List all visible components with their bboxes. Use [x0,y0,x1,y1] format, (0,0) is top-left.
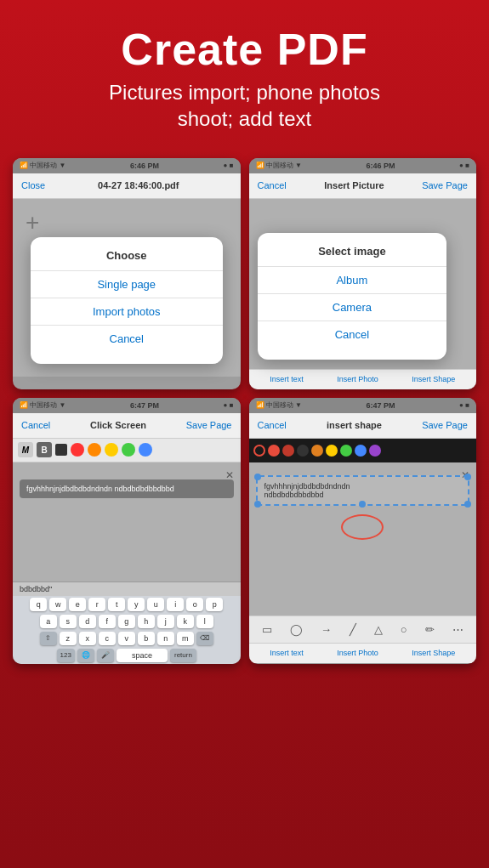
text-box-br[interactable]: fgvhhhnjnjdbdbdbdndndnndbdbdbdbbdbbd [256,475,470,506]
key-p[interactable]: p [206,598,223,611]
screen-content-tl: + Choose Single page Import photos Cance… [13,199,241,377]
key-c[interactable]: c [99,632,116,645]
insert-text-btn-br[interactable]: Insert text [270,649,304,657]
key-globe[interactable]: 🌐 [77,649,94,662]
shape-color-outline[interactable] [253,445,265,457]
time-br: 6:47 PM [366,401,395,410]
battery-br: ● ■ [459,401,469,409]
key-b[interactable]: b [138,632,155,645]
key-u[interactable]: u [147,598,164,611]
bottom-toolbar-tr: Insert text Insert Photo Insert Shape [249,369,477,389]
modal-option-import-photos[interactable]: Import photos [31,298,223,326]
key-return[interactable]: return [170,649,196,662]
save-page-button-tr[interactable]: Save Page [422,180,468,190]
cancel-button-tr[interactable]: Cancel [258,180,287,190]
close-button-tl[interactable]: Close [21,180,45,190]
modal-option-camera[interactable]: Camera [258,294,447,321]
main-title: Create PDF [17,26,472,74]
insert-photo-btn-tr[interactable]: Insert Photo [337,375,378,383]
shape-tool-more[interactable]: ⋯ [452,623,463,636]
color-yellow[interactable] [105,443,118,457]
key-w[interactable]: w [49,598,66,611]
keyboard-input-bar: bdbdbbd" [13,582,241,596]
key-n[interactable]: n [157,632,174,645]
key-i[interactable]: i [167,598,184,611]
color-red[interactable] [71,443,84,457]
shape-color-purple[interactable] [369,445,381,457]
key-r[interactable]: r [88,598,105,611]
key-v[interactable]: v [118,632,135,645]
shape-color-red2[interactable] [282,445,294,457]
nav-bar-br: Cancel insert shape Save Page [249,413,477,439]
shape-color-yellow[interactable] [326,445,338,457]
key-o[interactable]: o [186,598,203,611]
nav-bar-tr: Cancel Insert Picture Save Page [249,173,477,199]
key-k[interactable]: k [177,615,194,628]
shape-tool-arrow[interactable]: → [321,623,332,636]
key-j[interactable]: j [157,615,174,628]
shape-color-blue[interactable] [355,445,367,457]
modal-option-single-page[interactable]: Single page [31,271,223,298]
insert-shape-btn-tr[interactable]: Insert Shape [412,375,455,383]
handle-br [464,501,471,508]
modal-option-cancel-tl[interactable]: Cancel [31,326,223,352]
key-s[interactable]: s [60,615,77,628]
key-e[interactable]: e [69,598,86,611]
text-box-bl[interactable]: fgvhhhnjnjdbdbdbdndndn ndbdbdbdbbdbbd [20,479,234,498]
screen-bottom-left: 📶 中国移动 ▼ 6:47 PM ● ■ Cancel Click Screen… [13,398,241,664]
save-page-button-bl[interactable]: Save Page [186,420,232,430]
handle-bl [254,501,261,508]
plus-icon-tl[interactable]: + [26,209,39,236]
cancel-button-br[interactable]: Cancel [258,420,287,430]
oval-shape[interactable] [341,514,384,540]
shape-color-green[interactable] [340,445,352,457]
key-a[interactable]: a [40,615,57,628]
shape-tool-oval[interactable]: ○ [401,623,407,636]
key-g[interactable]: g [118,615,135,628]
shape-color-black[interactable] [297,445,309,457]
modal-option-album[interactable]: Album [258,267,447,294]
shape-color-orange[interactable] [311,445,323,457]
key-space[interactable]: space [117,649,168,662]
shape-tool-line[interactable]: ╱ [350,623,356,636]
bold-tool[interactable]: B [37,442,52,457]
screen-top-right: 📶 中国移动 ▼ 6:46 PM ● ■ Cancel Insert Pictu… [249,158,477,389]
key-t[interactable]: t [108,598,125,611]
key-d[interactable]: d [79,615,96,628]
key-shift[interactable]: ⇧ [40,632,57,645]
insert-shape-btn-br[interactable]: Insert Shape [412,649,455,657]
insert-photo-btn-br[interactable]: Insert Photo [337,649,378,657]
shape-tool-pen[interactable]: ✏ [425,623,435,636]
signal-tr: 📶 中国移动 ▼ [256,161,302,170]
key-f[interactable]: f [99,615,116,628]
shape-color-red1[interactable] [268,445,280,457]
key-mic[interactable]: 🎤 [97,649,114,662]
time-tr: 6:46 PM [366,162,395,170]
key-q[interactable]: q [30,598,47,611]
key-delete[interactable]: ⌫ [196,632,213,645]
color-orange[interactable] [88,443,101,457]
modal-option-cancel-tr[interactable]: Cancel [258,321,447,348]
nav-title-tl: 04-27 18:46:00.pdf [98,180,179,190]
italic-tool[interactable]: M [18,442,33,457]
color-blue[interactable] [139,443,152,457]
save-page-button-br[interactable]: Save Page [422,420,468,430]
key-x[interactable]: x [79,632,96,645]
shape-tool-triangle[interactable]: △ [374,623,383,636]
key-123[interactable]: 123 [57,649,75,662]
key-m[interactable]: m [177,632,194,645]
keyboard-row-4: 123 🌐 🎤 space return [13,647,241,664]
cancel-button-bl[interactable]: Cancel [21,420,50,430]
shape-tool-circle[interactable]: ◯ [290,623,303,636]
key-z[interactable]: z [60,632,77,645]
insert-text-btn-tr[interactable]: Insert text [270,375,304,383]
top-screens: 📶 中国移动 ▼ 6:46 PM ● ■ Close 04-27 18:46:0… [0,150,489,398]
key-y[interactable]: y [128,598,145,611]
keyboard-row-2: a s d f g h j k l [13,613,241,630]
key-l[interactable]: l [196,615,213,628]
color-green[interactable] [122,443,135,457]
shape-text-content: fgvhhhnjnjdbdbdbdndndnndbdbdbdbbdbbd [264,482,462,499]
color-black[interactable] [55,444,67,456]
key-h[interactable]: h [138,615,155,628]
shape-tool-rect[interactable]: ▭ [262,623,272,636]
